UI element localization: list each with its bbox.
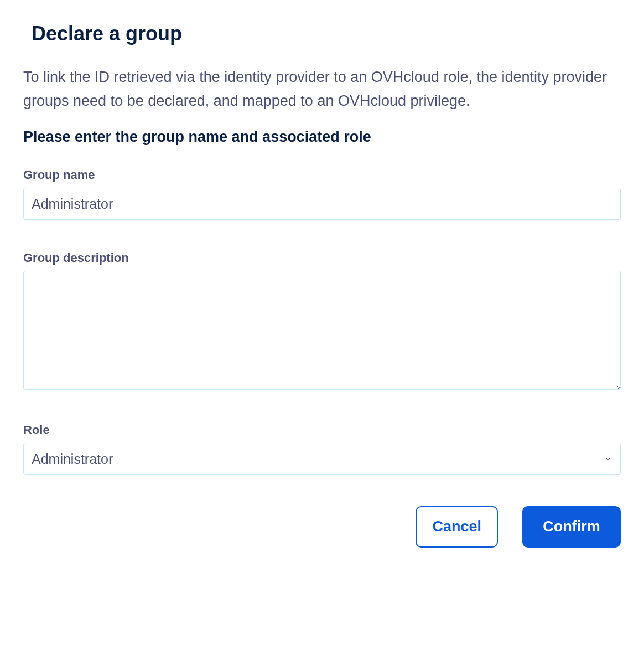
subheading: Please enter the group name and associat…	[23, 128, 621, 146]
confirm-button[interactable]: Confirm	[522, 506, 621, 548]
group-description-field-wrapper: Group description	[23, 251, 621, 392]
group-name-label: Group name	[23, 168, 621, 182]
group-description-label: Group description	[23, 251, 621, 265]
role-field-wrapper: Role Administrator	[23, 423, 621, 475]
role-select[interactable]: Administrator	[23, 443, 621, 475]
page-title: Declare a group	[32, 22, 621, 45]
button-row: Cancel Confirm	[23, 506, 621, 548]
cancel-button[interactable]: Cancel	[416, 506, 498, 548]
description-text: To link the ID retrieved via the identit…	[23, 65, 621, 113]
group-name-field-wrapper: Group name	[23, 168, 621, 220]
group-description-input[interactable]	[23, 271, 621, 390]
group-name-input[interactable]	[23, 188, 621, 220]
role-label: Role	[23, 423, 621, 437]
